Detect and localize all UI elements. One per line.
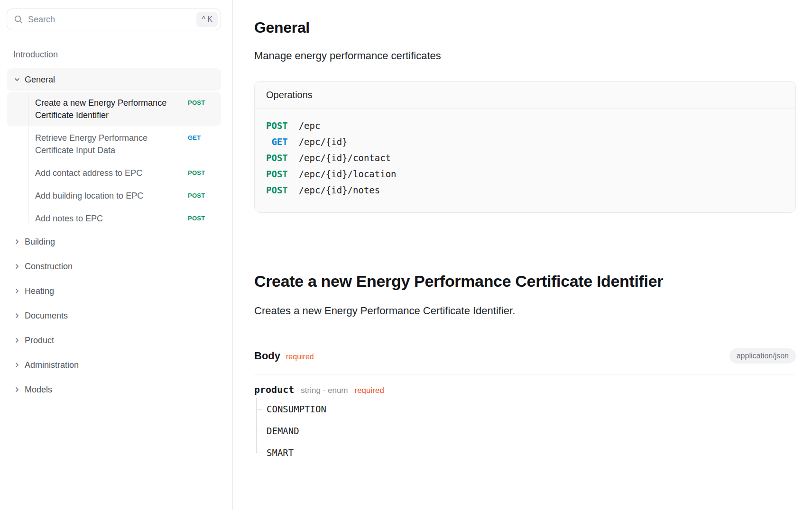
operation-link[interactable]: POST/epc/{id}/contact: [266, 150, 784, 166]
operation-link[interactable]: POST/epc: [266, 118, 784, 134]
sidebar-item-label: Documents: [25, 311, 68, 321]
search-input[interactable]: [28, 15, 196, 25]
sidebar-item-label: Models: [25, 385, 52, 395]
operation-link[interactable]: POST/epc/{id}/notes: [266, 182, 784, 198]
sidebar-group-general[interactable]: General: [7, 68, 221, 91]
search-icon: [14, 15, 23, 24]
indent-guide: [28, 94, 28, 223]
main-content: General Manage energy performance certif…: [233, 0, 812, 510]
operation-path: /epc/{id}/contact: [299, 153, 391, 163]
sidebar-item-building[interactable]: Building: [7, 229, 221, 254]
operations-list: POST/epc GET/epc/{id} POST/epc/{id}/cont…: [255, 109, 795, 212]
property-type: string · enum: [301, 386, 348, 395]
chevron-right-icon: [13, 361, 21, 369]
operations-card: Operations POST/epc GET/epc/{id} POST/ep…: [254, 81, 796, 213]
method-label: POST: [266, 182, 288, 198]
sidebar-item-add-contact[interactable]: Add contact address to EPC POST: [7, 162, 221, 184]
api-docs-app: ^ K Introduction General Create a new En…: [0, 0, 812, 510]
endpoint-description: Creates a new Energy Performance Certifi…: [254, 305, 796, 317]
page-description: Manage energy performance certificates: [254, 50, 796, 62]
sidebar-item-label: Construction: [25, 262, 73, 272]
chevron-right-icon: [13, 238, 21, 246]
sidebar-item-add-notes[interactable]: Add notes to EPC POST: [7, 208, 221, 229]
general-section: General Manage energy performance certif…: [233, 19, 812, 213]
sidebar-item-label: Add contact address to EPC: [35, 167, 182, 179]
sidebar-item-construction[interactable]: Construction: [7, 254, 221, 279]
method-badge: POST: [188, 97, 205, 109]
property-required-badge: required: [355, 386, 384, 395]
operation-link[interactable]: GET/epc/{id}: [266, 134, 784, 150]
sidebar-item-label: Add notes to EPC: [35, 212, 182, 225]
endpoint-section: Create a new Energy Performance Certific…: [233, 272, 812, 464]
operations-card-title: Operations: [255, 82, 795, 109]
search-box[interactable]: ^ K: [7, 9, 221, 30]
operation-path: /epc/{id}/location: [299, 169, 397, 179]
chevron-down-icon: [13, 76, 21, 83]
method-label: GET: [266, 134, 288, 150]
method-badge: POST: [188, 167, 205, 179]
chevron-right-icon: [13, 337, 21, 344]
page-title: General: [254, 19, 796, 36]
sidebar-item-retrieve-epc[interactable]: Retrieve Energy Performance Certificate …: [7, 127, 221, 161]
operation-path: /epc/{id}/notes: [299, 185, 380, 195]
sidebar-item-create-epc[interactable]: Create a new Energy Performance Certific…: [7, 92, 221, 126]
sidebar-item-label: Heating: [25, 286, 54, 296]
sidebar-group-label: General: [25, 75, 55, 85]
enum-value: CONSUMPTION: [256, 398, 796, 420]
sidebar-general-children: Create a new Energy Performance Certific…: [7, 92, 221, 229]
sidebar-item-label: Product: [25, 336, 54, 346]
enum-value-tree: CONSUMPTION DEMAND SMART: [256, 398, 796, 464]
sidebar-item-product[interactable]: Product: [7, 328, 221, 353]
method-badge: POST: [188, 212, 205, 225]
request-body-header: Body required application/json: [254, 348, 796, 364]
sidebar-item-add-location[interactable]: Add building location to EPC POST: [7, 185, 221, 207]
property-row-product: product string · enum required: [254, 384, 796, 395]
operation-path: /epc: [299, 120, 321, 131]
sidebar-item-heating[interactable]: Heating: [7, 279, 221, 303]
method-label: POST: [266, 166, 288, 182]
body-label: Body: [254, 350, 280, 362]
content-type-pill[interactable]: application/json: [729, 348, 796, 364]
enum-value: DEMAND: [256, 420, 796, 442]
method-badge: POST: [188, 190, 205, 202]
search-shortcut-badge: ^ K: [196, 12, 218, 27]
method-label: POST: [266, 118, 288, 134]
sidebar-nav: General Create a new Energy Performance …: [7, 68, 221, 402]
sidebar-item-administration[interactable]: Administration: [7, 353, 221, 377]
sidebar: ^ K Introduction General Create a new En…: [0, 0, 233, 510]
operation-path: /epc/{id}: [299, 137, 348, 147]
sidebar-item-documents[interactable]: Documents: [7, 303, 221, 328]
operation-link[interactable]: POST/epc/{id}/location: [266, 166, 784, 182]
method-label: POST: [266, 150, 288, 166]
sidebar-item-label: Building: [25, 237, 55, 247]
sidebar-item-label: Administration: [25, 360, 79, 370]
sidebar-item-label: Retrieve Energy Performance Certificate …: [35, 132, 182, 156]
chevron-right-icon: [13, 263, 21, 270]
sidebar-item-label: Create a new Energy Performance Certific…: [35, 97, 182, 121]
section-divider: [233, 251, 812, 251]
chevron-right-icon: [13, 312, 21, 319]
sidebar-item-label: Add building location to EPC: [35, 190, 182, 202]
property-name: product: [254, 384, 294, 395]
enum-value: SMART: [256, 442, 796, 464]
body-required-badge: required: [286, 353, 314, 361]
body-divider: [254, 374, 796, 374]
endpoint-title: Create a new Energy Performance Certific…: [254, 272, 796, 291]
method-badge: GET: [188, 132, 201, 144]
chevron-right-icon: [13, 287, 21, 295]
chevron-right-icon: [13, 386, 21, 393]
sidebar-item-introduction[interactable]: Introduction: [7, 47, 221, 62]
sidebar-item-models[interactable]: Models: [7, 377, 221, 402]
